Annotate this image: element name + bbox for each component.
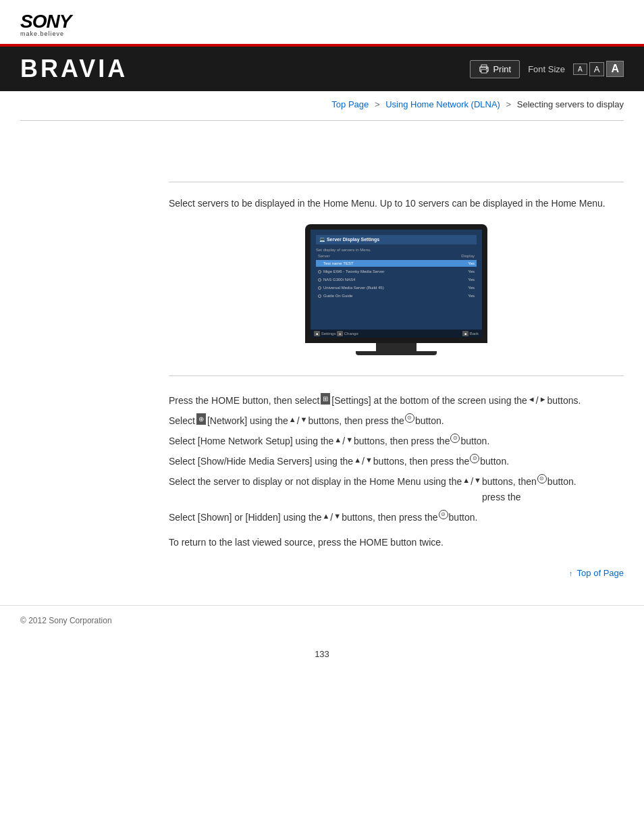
- tv-dot: [318, 262, 321, 265]
- tv-settings-key: ■: [314, 331, 320, 336]
- down-arrow: ▼: [474, 474, 481, 487]
- tv-btn-settings: ■ Settings ● Change: [314, 332, 358, 336]
- down-arrow: ▼: [333, 510, 341, 523]
- svg-rect-3: [486, 68, 487, 70]
- tv-row-display: Yes: [468, 294, 475, 298]
- sidebar: [20, 121, 169, 598]
- step-5: Select the server to display or not disp…: [169, 474, 624, 506]
- tv-row-name: Universal Media Server (Build 45): [323, 286, 384, 290]
- title-divider: [169, 182, 624, 182]
- down-arrow: ▼: [365, 454, 373, 467]
- network-icon: ⊕: [196, 413, 206, 425]
- step-4: Select [Show/Hide Media Servers] using t…: [169, 454, 624, 470]
- tv-btn-back: ■ Back: [462, 332, 479, 336]
- settings-icon: ⊞: [321, 393, 330, 405]
- print-icon: [479, 64, 489, 74]
- tv-neck: [376, 343, 417, 351]
- copyright-text: © 2012 Sony Corporation: [20, 616, 112, 625]
- tv-screenshot: 💻 Server Display Settings Set display of…: [305, 224, 487, 355]
- tv-dot-check: [318, 278, 321, 282]
- steps-section: Press the HOME button, then select ⊞ [Se…: [169, 393, 624, 526]
- tv-title-bar: 💻 Server Display Settings: [316, 235, 477, 244]
- left-arrow: ◄: [528, 393, 535, 406]
- tv-row-left: Test name TEST: [318, 261, 354, 265]
- tv-row-left: Mige EW6 - Twonky Media Server: [318, 269, 385, 273]
- tv-back-key: ■: [462, 331, 468, 336]
- tv-screenshot-container: 💻 Server Display Settings Set display of…: [169, 224, 624, 355]
- tv-screen: 💻 Server Display Settings Set display of…: [311, 230, 482, 338]
- page-title-area: [169, 128, 624, 168]
- top-of-page: ↑ Top of Page: [169, 568, 624, 578]
- up-arrow: ▲: [289, 413, 296, 426]
- down-arrow: ▼: [300, 413, 308, 426]
- breadcrumb-sep1: >: [375, 99, 380, 109]
- svg-rect-1: [481, 70, 487, 73]
- tv-row: Universal Media Server (Build 45) Yes: [316, 284, 477, 291]
- tv-row-display: Yes: [468, 278, 475, 282]
- up-arrow: ▲: [334, 434, 342, 446]
- font-large-button[interactable]: A: [606, 61, 624, 77]
- sony-tagline: make.believe: [20, 31, 624, 37]
- circle-button: ⊙: [470, 454, 479, 463]
- page-number: 133: [0, 635, 644, 673]
- breadcrumb: Top Page > Using Home Network (DLNA) > S…: [20, 91, 624, 115]
- up-arrow: ▲: [354, 454, 361, 467]
- tv-row: Mige EW6 - Twonky Media Server Yes: [316, 268, 477, 275]
- col-display: Display: [461, 254, 475, 258]
- tv-body: 💻 Server Display Settings Set display of…: [305, 224, 487, 343]
- tv-dot-check: [318, 294, 321, 298]
- tv-row: NAS G300i NAS4 Yes: [316, 276, 477, 283]
- top-of-page-label: Top of Page: [577, 568, 624, 578]
- sony-logo: SONY make.believe: [20, 12, 624, 37]
- tv-row: Guide On Guide Yes: [316, 292, 477, 299]
- circle-button: ⊙: [537, 474, 547, 484]
- header-bar: BRAVIA Print Font Size A A A: [0, 47, 644, 91]
- section-divider: [169, 375, 624, 376]
- content-area: Top Page > Using Home Network (DLNA) > S…: [0, 91, 644, 598]
- step-1: Press the HOME button, then select ⊞ [Se…: [169, 393, 624, 409]
- bravia-title: BRAVIA: [20, 55, 128, 83]
- down-arrow: ▼: [346, 434, 353, 446]
- page-layout: Select servers to be displayed in the Ho…: [20, 121, 624, 598]
- tv-base: [356, 351, 437, 355]
- tv-row-name: NAS G300i NAS4: [323, 278, 355, 282]
- tv-change-key: ●: [337, 331, 343, 336]
- tv-screen-content: 💻 Server Display Settings Set display of…: [311, 230, 482, 338]
- print-label: Print: [493, 64, 511, 74]
- top-of-page-link[interactable]: ↑ Top of Page: [569, 568, 624, 578]
- breadcrumb-top-page[interactable]: Top Page: [331, 99, 369, 109]
- circle-button: ⊙: [405, 413, 414, 423]
- tv-row-name: Guide On Guide: [323, 294, 352, 298]
- step-6: Select [Shown] or [Hidden] using the ▲/▼…: [169, 510, 624, 526]
- top-arrow-icon: ↑: [569, 569, 573, 577]
- tv-row-display: Yes: [468, 286, 475, 290]
- circle-button: ⊙: [450, 434, 460, 443]
- font-small-button[interactable]: A: [573, 63, 587, 75]
- tv-dot-check: [318, 286, 321, 290]
- header-controls: Print Font Size A A A: [470, 60, 624, 78]
- tv-row-left: Guide On Guide: [318, 294, 352, 298]
- tv-table-header: Server Display: [316, 254, 477, 258]
- footer: © 2012 Sony Corporation: [0, 605, 644, 635]
- up-arrow: ▲: [462, 474, 470, 487]
- tv-row-display: Yes: [468, 261, 475, 265]
- font-size-controls: A A A: [573, 61, 624, 77]
- breadcrumb-current: Selecting servers to display: [517, 99, 624, 109]
- tv-stand: [305, 343, 487, 355]
- top-bar: SONY make.believe: [0, 0, 644, 47]
- font-medium-button[interactable]: A: [589, 62, 605, 76]
- sony-text: SONY: [20, 12, 624, 31]
- up-arrow: ▲: [322, 510, 329, 523]
- tv-row-name: Mige EW6 - Twonky Media Server: [323, 269, 385, 273]
- tv-dot-check: [318, 270, 321, 273]
- tv-row-display: Yes: [468, 269, 475, 273]
- main-content: Select servers to be displayed in the Ho…: [169, 121, 624, 598]
- col-server: Server: [318, 254, 330, 258]
- circle-button: ⊙: [439, 510, 448, 519]
- tv-row-name: Test name TEST: [323, 261, 354, 265]
- breadcrumb-using-home-network[interactable]: Using Home Network (DLNA): [385, 99, 500, 109]
- print-button[interactable]: Print: [470, 60, 520, 78]
- right-arrow: ►: [539, 393, 547, 406]
- step-2: Select ⊕ [Network] using the ▲/▼ buttons…: [169, 413, 624, 429]
- tv-row: Test name TEST Yes: [316, 260, 477, 267]
